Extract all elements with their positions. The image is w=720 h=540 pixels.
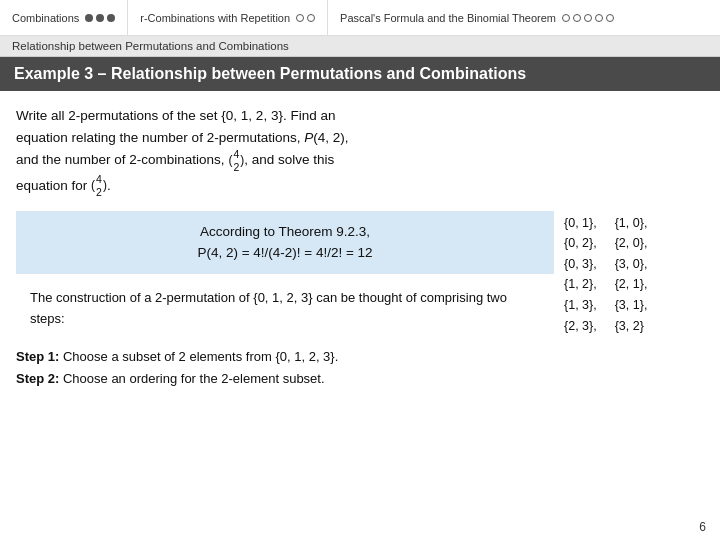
subtitle-text: Relationship between Permutations and Co… (12, 40, 289, 52)
theorem-box: According to Theorem 9.2.3, P(4, 2) = 4!… (16, 211, 554, 274)
pairs-list: {0, 1}, {0, 2}, {0, 3}, {1, 2}, {1, 3}, … (564, 211, 704, 337)
pair-1-col1: {0, 1}, (564, 213, 597, 234)
pair-1-col2: {1, 0}, (615, 213, 648, 234)
theorem-line1: According to Theorem 9.2.3, (30, 221, 540, 243)
nav-r-combinations[interactable]: r-Combinations with Repetition (128, 0, 328, 35)
problem-line2: equation relating the number of 2-permut… (16, 130, 348, 145)
step1-label: Step 1: (16, 349, 59, 364)
nav-combinations[interactable]: Combinations (0, 0, 128, 35)
page-number: 6 (699, 520, 706, 534)
two-column-section: According to Theorem 9.2.3, P(4, 2) = 4!… (16, 211, 704, 337)
pair-6-col2: {3, 2} (615, 316, 648, 337)
top-navigation: Combinations r-Combinations with Repetit… (0, 0, 720, 36)
pair-2-col1: {0, 2}, (564, 233, 597, 254)
left-column: According to Theorem 9.2.3, P(4, 2) = 4!… (16, 211, 554, 337)
nav-r-combinations-label: r-Combinations with Repetition (140, 12, 290, 24)
nav-combinations-dots (85, 14, 115, 22)
steps-section: Step 1: Choose a subset of 2 elements fr… (16, 346, 704, 390)
problem-line1: Write all 2-permutations of the set {0, … (16, 108, 335, 123)
subtitle-bar: Relationship between Permutations and Co… (0, 36, 720, 57)
dot-r-2 (307, 14, 315, 22)
step1-text: Choose a subset of 2 elements from {0, 1… (63, 349, 338, 364)
pairs-col1: {0, 1}, {0, 2}, {0, 3}, {1, 2}, {1, 3}, … (564, 213, 597, 337)
construction-box: The construction of a 2-permutation of {… (16, 282, 554, 336)
problem-line3: and the number of 2-combinations, (42), … (16, 152, 334, 167)
construction-text: The construction of a 2-permutation of {… (30, 290, 507, 326)
dot-r-1 (296, 14, 304, 22)
pair-2-col2: {2, 0}, (615, 233, 648, 254)
problem-line4: equation for (42). (16, 178, 111, 193)
step1: Step 1: Choose a subset of 2 elements fr… (16, 346, 704, 368)
pair-5-col2: {3, 1}, (615, 295, 648, 316)
theorem-line2: P(4, 2) = 4!/(4-2)! = 4!/2! = 12 (30, 242, 540, 264)
nav-r-combinations-dots (296, 14, 315, 22)
pair-3-col1: {0, 3}, (564, 254, 597, 275)
nav-pascal[interactable]: Pascal's Formula and the Binomial Theore… (328, 0, 626, 35)
nav-pascal-label: Pascal's Formula and the Binomial Theore… (340, 12, 556, 24)
dot-p-3 (584, 14, 592, 22)
dot-1 (85, 14, 93, 22)
step2-text: Choose an ordering for the 2-element sub… (63, 371, 325, 386)
pair-4-col2: {2, 1}, (615, 274, 648, 295)
section-header: Example 3 – Relationship between Permuta… (0, 57, 720, 91)
step2: Step 2: Choose an ordering for the 2-ele… (16, 368, 704, 390)
pairs-col2: {1, 0}, {2, 0}, {3, 0}, {2, 1}, {3, 1}, … (615, 213, 648, 337)
problem-statement: Write all 2-permutations of the set {0, … (16, 105, 704, 199)
page-number-text: 6 (699, 520, 706, 534)
section-header-text: Example 3 – Relationship between Permuta… (14, 65, 526, 82)
binom-42-2: (42) (91, 173, 107, 198)
step2-label: Step 2: (16, 371, 59, 386)
nav-combinations-label: Combinations (12, 12, 79, 24)
pairs-columns: {0, 1}, {0, 2}, {0, 3}, {1, 2}, {1, 3}, … (564, 213, 704, 337)
dot-p-2 (573, 14, 581, 22)
dot-p-4 (595, 14, 603, 22)
pair-5-col1: {1, 3}, (564, 295, 597, 316)
pair-6-col1: {2, 3}, (564, 316, 597, 337)
pair-3-col2: {3, 0}, (615, 254, 648, 275)
dot-p-5 (606, 14, 614, 22)
main-content: Write all 2-permutations of the set {0, … (0, 91, 720, 405)
binom-42: (42) (228, 148, 244, 173)
pair-4-col1: {1, 2}, (564, 274, 597, 295)
dot-p-1 (562, 14, 570, 22)
dot-3 (107, 14, 115, 22)
dot-2 (96, 14, 104, 22)
nav-pascal-dots (562, 14, 614, 22)
